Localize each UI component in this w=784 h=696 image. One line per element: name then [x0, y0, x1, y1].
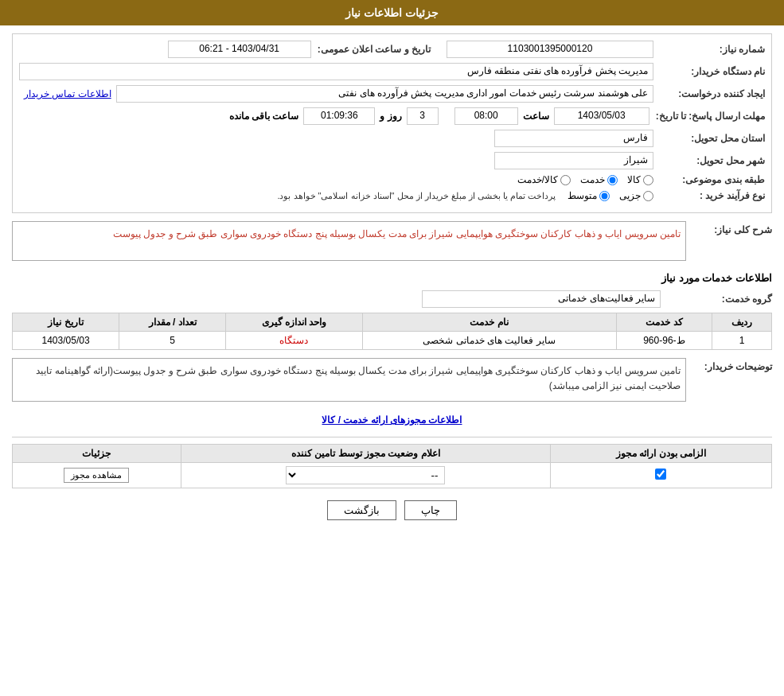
permits-cell-details: مشاهده مجوز — [13, 463, 181, 488]
row-category: طبقه بندی موضوعی: کالا خدمت کالا/خدمت — [19, 174, 765, 185]
deadline-days-label: روز و — [380, 111, 401, 122]
services-section-title: اطلاعات خدمات مورد نیاز — [12, 269, 772, 287]
general-desc-label: شرح کلی نیاز: — [692, 221, 772, 235]
deadline-days: 3 — [407, 107, 439, 125]
need-number-label: شماره نیاز: — [653, 44, 765, 55]
row-creator: ایجاد کننده درخواست: علی هوشمند سرشت رئی… — [19, 85, 765, 103]
category-option-both[interactable]: کالا/خدمت — [517, 174, 571, 185]
creator-label: ایجاد کننده درخواست: — [653, 88, 765, 99]
service-group-value: سایر فعالیت‌های خدماتی — [422, 290, 661, 308]
footer-buttons: چاپ بازگشت — [12, 488, 772, 532]
permits-required-checkbox[interactable] — [655, 469, 666, 480]
permits-section-link[interactable]: اطلاعات مجوزهای ارائه خدمت / کالا — [12, 410, 772, 430]
process-option-motavsat[interactable]: متوسط — [568, 190, 610, 201]
cell-unit: دستگاه — [226, 332, 363, 350]
cell-quantity: 5 — [119, 332, 226, 350]
main-content: شماره نیاز: 1103001395000120 تاریخ و ساع… — [0, 25, 784, 540]
row-service-group: گروه خدمت: سایر فعالیت‌های خدماتی — [12, 290, 772, 308]
contact-link[interactable]: اطلاعات تماس خریدار — [24, 88, 111, 99]
service-group-label: گروه خدمت: — [661, 294, 772, 305]
process-note: پرداخت تمام یا بخشی از مبلغ خریدار از مح… — [19, 191, 556, 201]
category-radio-khadamat[interactable] — [607, 175, 618, 185]
permits-table-row: -- مشاهده مجوز — [13, 463, 772, 488]
deadline-time-label: ساعت — [523, 111, 549, 122]
deadline-remaining: 01:09:36 — [303, 107, 375, 125]
buyer-org-value: مدیریت پخش فرآورده های نفتی منطقه فارس — [19, 63, 653, 80]
row-need-number: شماره نیاز: 1103001395000120 تاریخ و ساع… — [19, 41, 765, 58]
top-info-section: شماره نیاز: 1103001395000120 تاریخ و ساع… — [12, 33, 772, 213]
creator-value: علی هوشمند سرشت رئیس خدمات امور اداری مد… — [116, 85, 653, 103]
province-label: استان محل تحویل: — [653, 133, 765, 144]
col-code: کد خدمت — [616, 313, 712, 332]
general-description-section: شرح کلی نیاز: تامین سرویس ایاب و ذهاب کا… — [12, 221, 772, 261]
cell-row: 1 — [712, 332, 772, 350]
cell-name: سایر فعالیت های خدماتی شخصی — [362, 332, 616, 350]
table-row: 1 ط-96-960 سایر فعالیت های خدماتی شخصی د… — [13, 332, 772, 350]
date-value: 1403/04/31 - 06:21 — [168, 41, 311, 58]
row-deadline: مهلت ارسال پاسخ: تا تاریخ: 1403/05/03 سا… — [19, 107, 765, 125]
page-wrapper: جزئیات اطلاعات نیاز شماره نیاز: 11030013… — [0, 0, 784, 696]
col-quantity: تعداد / مقدار — [119, 313, 226, 332]
permits-col-required: الزامی بودن ارائه مجوز — [550, 445, 771, 463]
city-label: شهر محل تحویل: — [653, 155, 765, 166]
category-label: طبقه بندی موضوعی: — [653, 174, 765, 185]
row-province: استان محل تحویل: فارس — [19, 130, 765, 147]
col-row: ردیف — [712, 313, 772, 332]
permits-table: الزامی بودن ارائه مجوز اعلام وضعیت مجوز … — [12, 444, 772, 488]
cell-code: ط-96-960 — [616, 332, 712, 350]
header-title: جزئیات اطلاعات نیاز — [345, 6, 439, 19]
city-value: شیراز — [494, 152, 653, 169]
category-radio-group: کالا خدمت کالا/خدمت — [517, 174, 653, 185]
view-permit-button[interactable]: مشاهده مجوز — [64, 468, 129, 483]
general-description-value: تامین سرویس ایاب و ذهاب کارکنان سوختگیری… — [12, 221, 686, 261]
deadline-date: 1403/05/03 — [554, 107, 649, 125]
category-radio-both[interactable] — [560, 175, 571, 185]
process-radio-jozei[interactable] — [643, 191, 653, 201]
province-value: فارس — [494, 130, 653, 147]
row-buyer-org: نام دستگاه خریدار: مدیریت پخش فرآورده ها… — [19, 63, 765, 80]
permits-cell-required — [550, 463, 771, 488]
process-option-jozei[interactable]: جزیی — [619, 190, 653, 201]
permits-cell-status: -- — [181, 463, 550, 488]
col-date: تاریخ نیاز — [13, 313, 119, 332]
permits-col-status: اعلام وضعیت مجوز توسط تامین کننده — [181, 445, 550, 463]
deadline-remaining-label: ساعت باقی مانده — [229, 111, 299, 122]
buyer-notes-section: توضیحات خریدار: تامین سرویس ایاب و ذهاب … — [12, 358, 772, 402]
deadline-label: مهلت ارسال پاسخ: تا تاریخ: — [649, 111, 765, 122]
process-label: نوع فرآیند خرید : — [653, 190, 765, 201]
permits-col-details: جزئیات — [13, 445, 181, 463]
category-option-khadamat[interactable]: خدمت — [580, 174, 618, 185]
row-city: شهر محل تحویل: شیراز — [19, 152, 765, 169]
buyer-notes-label: توضیحات خریدار: — [692, 358, 772, 372]
category-radio-kala[interactable] — [643, 175, 653, 185]
back-button[interactable]: بازگشت — [327, 500, 396, 520]
row-process: نوع فرآیند خرید : جزیی متوسط پرداخت تمام… — [19, 190, 765, 201]
date-label: تاریخ و ساعت اعلان عمومی: — [311, 44, 431, 55]
process-radio-group: جزیی متوسط — [568, 190, 653, 201]
col-unit: واحد اندازه گیری — [226, 313, 363, 332]
buyer-org-label: نام دستگاه خریدار: — [653, 66, 765, 77]
need-number-value: 1103001395000120 — [447, 41, 653, 58]
deadline-time: 08:00 — [454, 107, 518, 125]
permits-status-select[interactable]: -- — [286, 466, 445, 484]
buyer-notes-value: تامین سرویس ایاب و ذهاب کارکنان سوختگیری… — [12, 358, 686, 402]
divider — [12, 437, 772, 437]
print-button[interactable]: چاپ — [404, 500, 457, 520]
page-header: جزئیات اطلاعات نیاز — [0, 0, 784, 25]
services-table: ردیف کد خدمت نام خدمت واحد اندازه گیری ت… — [12, 313, 772, 350]
col-name: نام خدمت — [362, 313, 616, 332]
process-radio-motavsat[interactable] — [599, 191, 610, 201]
cell-date: 1403/05/03 — [13, 332, 119, 350]
category-option-kala[interactable]: کالا — [627, 174, 653, 185]
